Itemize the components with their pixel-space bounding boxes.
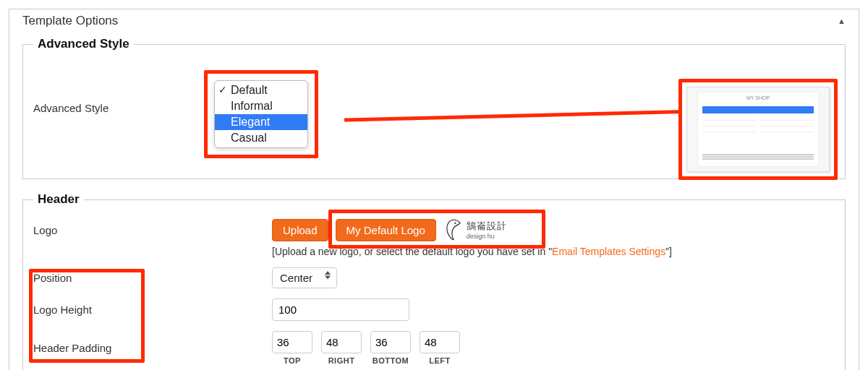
option-default[interactable]: Default bbox=[215, 82, 307, 98]
header-fieldset: Header Logo Upload My Default Logo 鵠崙設計 … bbox=[22, 192, 846, 370]
logo-height-input[interactable] bbox=[272, 298, 409, 321]
padding-right-input[interactable] bbox=[321, 331, 362, 353]
header-padding-group: TOP RIGHT BOTTOM LEFT bbox=[272, 331, 835, 365]
padding-left-caption: LEFT bbox=[429, 356, 451, 365]
annotation-arrow-icon bbox=[344, 106, 713, 134]
logo-text-en: design hu bbox=[467, 233, 507, 240]
upload-button[interactable]: Upload bbox=[272, 219, 328, 241]
svg-line-0 bbox=[344, 111, 699, 120]
advanced-style-label: Advanced Style bbox=[33, 80, 214, 114]
logo-preview: 鵠崙設計 design hu bbox=[443, 218, 507, 241]
logo-text-cn: 鵠崙設計 bbox=[467, 220, 507, 233]
position-select[interactable]: Center bbox=[272, 267, 337, 288]
panel-header: Template Options ▲ bbox=[22, 14, 846, 28]
header-legend: Header bbox=[33, 192, 84, 207]
padding-bottom-caption: BOTTOM bbox=[373, 356, 409, 365]
advanced-style-dropdown-wrap: Default Informal Elegant Casual bbox=[214, 80, 308, 148]
style-preview-thumbnail[interactable]: MY SHOP bbox=[686, 87, 830, 172]
logo-controls: Upload My Default Logo 鵠崙設計 design hu bbox=[272, 218, 835, 241]
option-informal[interactable]: Informal bbox=[215, 98, 307, 114]
logo-bird-icon bbox=[443, 218, 464, 241]
padding-top-caption: TOP bbox=[284, 356, 301, 365]
preview-shop-title: MY SHOP bbox=[698, 95, 818, 100]
logo-height-label: Logo Height bbox=[33, 304, 272, 316]
padding-top-input[interactable] bbox=[272, 331, 312, 353]
collapse-icon[interactable]: ▲ bbox=[838, 17, 846, 25]
logo-hint: [Upload a new logo, or select the defaul… bbox=[272, 246, 835, 257]
advanced-style-dropdown[interactable]: Default Informal Elegant Casual bbox=[214, 80, 308, 148]
my-default-logo-button[interactable]: My Default Logo bbox=[336, 219, 436, 241]
panel-title: Template Options bbox=[22, 14, 118, 28]
annotation-box-preview: MY SHOP bbox=[678, 79, 838, 180]
email-templates-settings-link[interactable]: Email Templates Settings bbox=[552, 246, 665, 257]
advanced-style-legend: Advanced Style bbox=[33, 37, 134, 51]
position-label: Position bbox=[33, 272, 272, 284]
advanced-style-fieldset: Advanced Style Advanced Style Default In… bbox=[22, 37, 846, 179]
svg-point-2 bbox=[454, 223, 456, 224]
option-casual[interactable]: Casual bbox=[215, 130, 307, 146]
template-options-panel: Template Options ▲ Advanced Style Advanc… bbox=[9, 9, 859, 370]
padding-bottom-input[interactable] bbox=[370, 331, 411, 353]
padding-left-input[interactable] bbox=[420, 331, 460, 353]
header-padding-label: Header Padding bbox=[33, 342, 272, 354]
logo-label: Logo bbox=[33, 224, 272, 236]
padding-right-caption: RIGHT bbox=[328, 356, 355, 365]
option-elegant[interactable]: Elegant bbox=[215, 114, 307, 130]
